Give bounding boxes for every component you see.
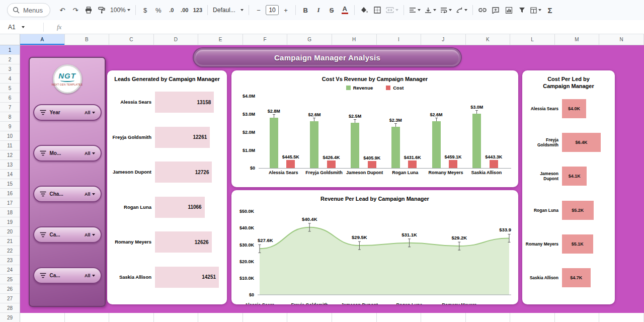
font-family-select[interactable]: Defaul... xyxy=(211,4,245,17)
column-header-H[interactable]: H xyxy=(332,34,377,45)
name-box[interactable]: A1 xyxy=(0,24,43,31)
column-header-B[interactable]: B xyxy=(65,34,110,45)
row-header-17[interactable]: 17 xyxy=(0,198,20,208)
row-header-3[interactable]: 3 xyxy=(0,64,20,74)
table-views-button[interactable] xyxy=(529,4,543,17)
increase-font-size-button[interactable]: + xyxy=(280,4,292,17)
filter-slicer-2[interactable]: Mo...All xyxy=(33,145,102,162)
decrease-decimal-button[interactable]: .0 xyxy=(166,4,178,17)
row-header-23[interactable]: 23 xyxy=(0,256,20,265)
horizontal-align-button[interactable] xyxy=(408,4,422,17)
text-wrap-button[interactable] xyxy=(439,4,453,17)
filter-value[interactable]: All xyxy=(85,110,95,115)
row-header-6[interactable]: 6 xyxy=(0,93,20,103)
row-header-28[interactable]: 28 xyxy=(0,303,20,313)
text-color-button[interactable]: A xyxy=(339,4,351,17)
zoom-control[interactable]: 100% xyxy=(109,4,132,17)
chevron-down-icon xyxy=(433,9,436,11)
percent-format-button[interactable]: % xyxy=(152,4,165,17)
sheet-canvas[interactable]: Campaign Manager Analysis NGT NEXT GEN T… xyxy=(20,45,644,322)
increase-decimal-button[interactable]: .00 xyxy=(179,4,191,17)
print-button[interactable] xyxy=(83,4,95,17)
select-all-corner[interactable] xyxy=(0,34,20,45)
column-header-E[interactable]: E xyxy=(198,34,243,45)
paint-format-button[interactable] xyxy=(96,4,108,17)
row-header-10[interactable]: 10 xyxy=(0,131,20,141)
column-header-G[interactable]: G xyxy=(287,34,332,45)
filter-value[interactable]: All xyxy=(85,192,95,197)
row-header-4[interactable]: 4 xyxy=(0,74,20,84)
row-header-18[interactable]: 18 xyxy=(0,208,20,217)
cost-per-lead-chart-panel[interactable]: Cost Per Led by Campaign Manager Alessia… xyxy=(522,70,615,304)
merge-cells-button[interactable] xyxy=(384,4,400,17)
column-header-L[interactable]: L xyxy=(510,34,555,45)
number-format-button[interactable]: 123 xyxy=(192,4,204,17)
row-header-27[interactable]: 27 xyxy=(0,294,20,303)
column-header-F[interactable]: F xyxy=(243,34,288,45)
filter-slicer-1[interactable]: YearAll xyxy=(33,104,102,121)
column-header-M[interactable]: M xyxy=(555,34,600,45)
currency-format-button[interactable]: $ xyxy=(139,4,151,17)
insert-chart-button[interactable] xyxy=(503,4,515,17)
functions-button[interactable]: Σ xyxy=(544,4,556,17)
row-header-1[interactable]: 1 xyxy=(0,45,20,55)
row-header-19[interactable]: 19 xyxy=(0,217,20,227)
leads-chart-panel[interactable]: Leads Generated by Campaign Manager Ales… xyxy=(107,70,227,304)
bold-label: B xyxy=(303,7,307,14)
row-header-26[interactable]: 26 xyxy=(0,284,20,294)
column-header-D[interactable]: D xyxy=(154,34,199,45)
decrease-font-size-button[interactable]: − xyxy=(253,4,265,17)
point-label: $29.2K xyxy=(451,235,467,240)
vertical-align-button[interactable] xyxy=(423,4,438,17)
row-header-2[interactable]: 2 xyxy=(0,55,20,64)
row-header-16[interactable]: 16 xyxy=(0,189,20,198)
fill-color-button[interactable] xyxy=(358,4,370,17)
bar-track: 13158 xyxy=(155,92,221,113)
revenue-per-lead-chart-panel[interactable]: Revenue Per Lead by Campaign Manager $50… xyxy=(231,190,518,304)
row-header-25[interactable]: 25 xyxy=(0,275,20,284)
borders-button[interactable] xyxy=(371,4,383,17)
row-header-5[interactable]: 5 xyxy=(0,84,20,93)
column-header-A[interactable]: A xyxy=(20,34,65,45)
italic-button[interactable]: I xyxy=(312,4,325,17)
menus-button[interactable]: Menus xyxy=(7,3,50,17)
insert-comment-button[interactable] xyxy=(490,4,502,17)
filter-value[interactable]: All xyxy=(85,273,95,278)
filter-slicer-5[interactable]: Ca...All xyxy=(33,267,102,284)
empty-cells[interactable] xyxy=(20,313,644,322)
filter-value[interactable]: All xyxy=(85,151,95,156)
row-header-7[interactable]: 7 xyxy=(0,103,20,112)
column-header-I[interactable]: I xyxy=(377,34,422,45)
row-header-21[interactable]: 21 xyxy=(0,236,20,246)
decrease-decimal-label: .0 xyxy=(169,7,174,13)
column-header-K[interactable]: K xyxy=(466,34,511,45)
filter-value[interactable]: All xyxy=(85,232,95,237)
column-header-J[interactable]: J xyxy=(421,34,466,45)
text-rotation-button[interactable] xyxy=(454,4,469,17)
row-header-11[interactable]: 11 xyxy=(0,141,20,150)
row-header-24[interactable]: 24 xyxy=(0,265,20,275)
row-header-8[interactable]: 8 xyxy=(0,112,20,122)
insert-link-button[interactable] xyxy=(476,4,489,17)
filter-slicer-3[interactable]: Cha...All xyxy=(33,186,102,202)
row-header-9[interactable]: 9 xyxy=(0,122,20,131)
row-header-15[interactable]: 15 xyxy=(0,179,20,189)
row-header-29[interactable]: 29 xyxy=(0,313,20,322)
filter-slicer-4[interactable]: Ca...All xyxy=(33,226,102,243)
error-bar xyxy=(274,114,274,118)
bold-button[interactable]: B xyxy=(299,4,311,17)
bar: $4.1K xyxy=(562,167,587,186)
create-filter-button[interactable] xyxy=(516,4,528,17)
column-header-N[interactable]: N xyxy=(599,34,644,45)
row-header-14[interactable]: 14 xyxy=(0,170,20,179)
strikethrough-button[interactable]: S xyxy=(326,4,338,17)
row-header-13[interactable]: 13 xyxy=(0,160,20,170)
redo-button[interactable]: ↷ xyxy=(69,4,82,17)
column-header-C[interactable]: C xyxy=(109,34,154,45)
undo-button[interactable]: ↶ xyxy=(56,4,68,17)
row-header-20[interactable]: 20 xyxy=(0,227,20,236)
row-header-22[interactable]: 22 xyxy=(0,246,20,256)
cost-revenue-chart-panel[interactable]: Cost Vs Revenue by Campaign Manager Reve… xyxy=(231,70,518,187)
font-size-input[interactable]: 10 xyxy=(266,5,279,15)
row-header-12[interactable]: 12 xyxy=(0,150,20,160)
